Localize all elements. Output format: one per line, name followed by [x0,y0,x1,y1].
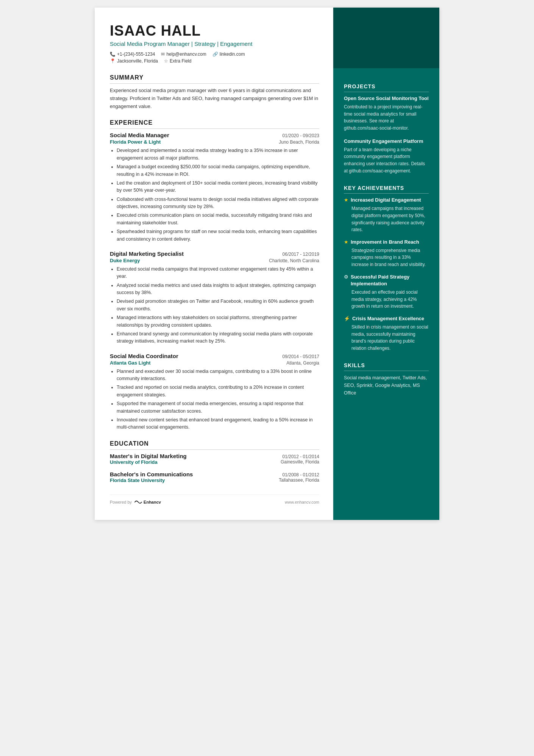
bullet-1-4: Collaborated with cross-functional teams… [117,196,319,211]
achievement-item-1: ★ Increased Digital Engagement Managed c… [344,197,429,233]
bullet-3-2: Tracked and reported on social media ana… [117,384,319,399]
job-title-1: Social Media Manager [110,132,169,138]
education-item-2: Bachelor's in Communications 01/2008 - 0… [110,471,319,483]
achievement-title-3: Successful Paid Strategy Implementation [351,274,429,287]
achievement-item-3: ⚙ Successful Paid Strategy Implementatio… [344,274,429,310]
achievement-title-2: Improvement in Brand Reach [351,239,419,246]
achievement-icon-4: ⚡ [344,316,350,322]
achievement-item-4: ⚡ Crisis Management Excellence Skilled i… [344,315,429,352]
edu-header-2: Bachelor's in Communications 01/2008 - 0… [110,471,319,477]
bullet-1-3: Led the creation and deployment of 150+ … [117,180,319,194]
linkedin-icon: 🔗 [212,52,218,57]
summary-title: SUMMARY [110,74,319,84]
bullet-2-4: Managed interactions with key stakeholde… [117,314,319,329]
resume-header: ISAAC HALL Social Media Program Manager … [110,23,319,64]
project-desc-2: Part of a team developing a niche commun… [344,146,429,174]
achievement-desc-4: Skilled in crisis management on social m… [344,324,429,352]
extra-field-item: ☆ Extra Field [164,58,191,64]
project-name-1: Open Source Social Monitoring Tool [344,95,429,102]
bullet-3-3: Supported the management of social media… [117,400,319,415]
bullet-2-1: Executed social media campaigns that imp… [117,266,319,280]
job-title-3: Social Media Coordinator [110,353,178,359]
skills-title: SKILLS [344,362,429,371]
edu-location-2: Tallahassee, Florida [279,477,319,483]
job-bullets-2: Executed social media campaigns that imp… [110,266,319,345]
phone-item: 📞 +1-(234)-555-1234 [110,52,155,57]
footer-website: www.enhancv.com [285,500,319,504]
enhancv-logo: Enhancv [134,499,161,505]
bullet-1-6: Spearheaded training programs for staff … [117,228,319,243]
job-bullets-1: Developed and implemented a social media… [110,147,319,243]
skills-text: Social media management, Twitter Ads, SE… [344,374,429,397]
skills-section: SKILLS Social media management, Twitter … [344,362,429,397]
achievement-icon-1: ★ [344,197,348,203]
job-dates-3: 09/2014 - 05/2017 [283,354,319,359]
bullet-2-2: Analyzed social media metrics and used d… [117,282,319,297]
edu-school-line-1: University of Florida Gainesville, Flori… [110,459,319,465]
projects-section: PROJECTS Open Source Social Monitoring T… [344,83,429,174]
job-bullets-3: Planned and executed over 30 social medi… [110,368,319,431]
location-item: 📍 Jacksonville, Florida [110,58,158,64]
achievement-desc-3: Executed an effective paid social media … [344,289,429,310]
edu-degree-2: Bachelor's in Communications [110,471,193,477]
achievement-header-3: ⚙ Successful Paid Strategy Implementatio… [344,274,429,287]
job-location-1: Juno Beach, Florida [279,139,319,145]
achievement-item-2: ★ Improvement in Brand Reach Strategized… [344,239,429,268]
edu-school-line-2: Florida State University Tallahassee, Fl… [110,477,319,483]
achievement-title-1: Increased Digital Engagement [351,197,421,203]
edu-school-1: University of Florida [110,459,158,465]
achievement-desc-1: Managed campaigns that increased digital… [344,205,429,233]
bullet-2-3: Devised paid promotion strategies on Twi… [117,298,319,313]
bullet-1-2: Managed a budget exceeding $250,000 for … [117,163,319,178]
achievement-header-1: ★ Increased Digital Engagement [344,197,429,203]
bullet-1-5: Executed crisis communication plans on s… [117,212,319,227]
location-text: Jacksonville, Florida [117,58,158,64]
bullet-3-4: Innovated new content series that enhanc… [117,416,319,431]
summary-section: SUMMARY Experienced social media program… [110,74,319,110]
experience-section: EXPERIENCE Social Media Manager 01/2020 … [110,119,319,431]
achievement-header-4: ⚡ Crisis Management Excellence [344,315,429,322]
job-dates-1: 01/2020 - 09/2023 [283,133,319,138]
achievement-icon-2: ★ [344,239,348,245]
star-icon: ☆ [164,58,168,64]
education-item-1: Master's in Digital Marketing 01/2012 - … [110,453,319,465]
extra-field-text: Extra Field [170,58,191,64]
achievement-icon-3: ⚙ [344,274,348,280]
edu-dates-1: 01/2012 - 01/2014 [283,454,319,459]
footer-brand: Powered by Enhancv [110,499,161,505]
exp-header-2: Digital Marketing Specialist 06/2017 - 1… [110,250,319,257]
edu-dates-2: 01/2008 - 01/2012 [283,472,319,477]
experience-item-1: Social Media Manager 01/2020 - 09/2023 F… [110,132,319,243]
exp-header-3: Social Media Coordinator 09/2014 - 05/20… [110,353,319,359]
project-name-2: Community Engagement Platform [344,138,429,145]
linkedin-url: linkedin.com [220,52,245,57]
edu-header-1: Master's in Digital Marketing 01/2012 - … [110,453,319,459]
powered-by-text: Powered by [110,500,132,504]
education-title: EDUCATION [110,440,319,450]
phone-number: +1-(234)-555-1234 [117,52,155,57]
bullet-2-5: Enhanced brand synergy and communication… [117,330,319,345]
edu-location-1: Gainesville, Florida [281,459,319,465]
resume-footer: Powered by Enhancv www.enhancv.com [110,495,319,505]
exp-header-1: Social Media Manager 01/2020 - 09/2023 [110,132,319,138]
project-item-1: Open Source Social Monitoring Tool Contr… [344,95,429,132]
edu-school-2: Florida State University [110,477,165,483]
right-column: PROJECTS Open Source Social Monitoring T… [333,8,439,520]
bullet-1-1: Developed and implemented a social media… [117,147,319,162]
experience-item-3: Social Media Coordinator 09/2014 - 05/20… [110,353,319,431]
company-name-2: Duke Energy [110,258,140,263]
location-icon: 📍 [110,58,116,64]
bullet-3-1: Planned and executed over 30 social medi… [117,368,319,383]
location-line: 📍 Jacksonville, Florida ☆ Extra Field [110,58,319,64]
education-section: EDUCATION Master's in Digital Marketing … [110,440,319,483]
achievements-title: KEY ACHIEVEMENTS [344,185,429,194]
job-dates-2: 06/2017 - 12/2019 [283,252,319,257]
experience-title: EXPERIENCE [110,119,319,129]
project-desc-1: Contributed to a project improving real-… [344,103,429,131]
linkedin-item: 🔗 linkedin.com [212,52,245,57]
job-location-3: Atlanta, Georgia [286,360,319,366]
email-address: help@enhancv.com [166,52,206,57]
company-name-1: Florida Power & Light [110,139,161,145]
email-icon: ✉ [161,52,165,57]
brand-name: Enhancv [144,500,161,504]
